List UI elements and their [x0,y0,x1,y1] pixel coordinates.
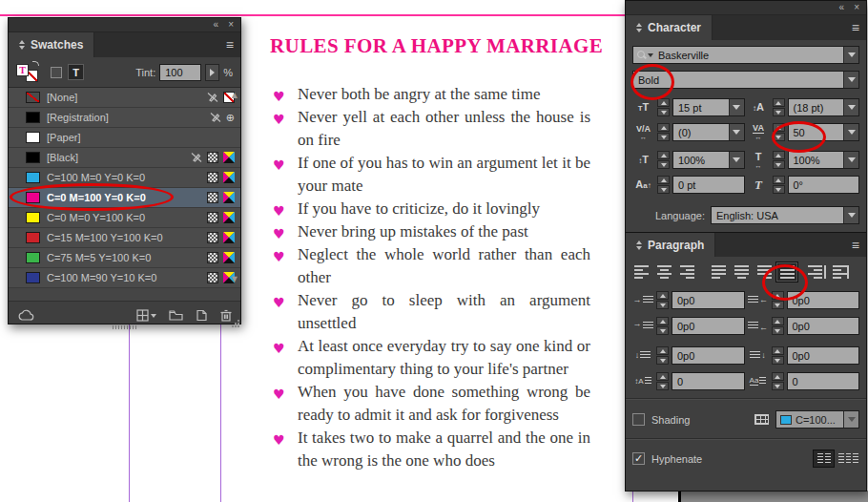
align-center-button[interactable] [652,261,675,282]
drop-cap-lines-input[interactable]: 0 [672,372,745,390]
swatch-row-red[interactable]: C=15 M=100 Y=100 K=0 [9,228,240,248]
kerning-stepper[interactable] [657,123,670,141]
align-away-from-spine-button[interactable] [829,261,852,282]
leading-stepper[interactable] [773,98,785,116]
scroll-up-icon[interactable]: ▲ [232,91,238,99]
font-size-stepper[interactable] [657,98,670,116]
space-before-stepper[interactable] [656,346,669,365]
paragraph-tabstrip: Paragraph ≡ [626,232,866,257]
horizontal-scale-input[interactable]: 100% [788,151,860,169]
space-before-input[interactable]: 0p0 [672,346,745,365]
tab-character[interactable]: Character [626,15,713,40]
close-icon[interactable]: × [228,20,234,30]
drop-cap-characters-input[interactable]: 0 [787,372,860,390]
first-line-indent-input[interactable]: 0p0 [672,317,745,335]
swatch-row-registration[interactable]: [Registration] ⊕ [9,108,240,128]
align-towards-spine-button[interactable] [806,261,829,282]
chevron-down-icon[interactable] [843,207,858,223]
last-line-indent-input[interactable]: 0p0 [787,317,860,335]
first-line-indent-stepper[interactable] [656,317,669,335]
formatting-affects-text-button[interactable]: T [68,64,84,80]
panel-menu-icon[interactable]: ≡ [852,238,859,253]
drop-cap-characters-stepper[interactable] [772,372,784,390]
panel-resize-grip[interactable] [232,320,239,327]
space-after-input[interactable]: 0p0 [787,346,860,365]
panel-collapse-icon [636,241,642,250]
language-select[interactable]: English: USA [711,206,859,224]
baseline-shift-input[interactable]: 0 pt [672,176,745,194]
panel-menu-icon[interactable]: ≡ [226,37,234,52]
drop-cap-lines-stepper[interactable] [656,372,669,390]
chevron-down-icon[interactable] [843,47,858,63]
swatch-row-blue[interactable]: C=100 M=90 Y=10 K=0 [9,268,240,288]
character-panel-titlebar: « × [626,1,866,15]
leading-input[interactable]: (18 pt) [788,98,860,116]
cc-libraries-cloud-icon[interactable] [17,309,35,322]
tint-label: Tint: [135,67,155,78]
swatch-row-none[interactable]: [None] [9,88,240,108]
shading-checkbox[interactable] [632,413,645,426]
tab-paragraph[interactable]: Paragraph [626,233,715,257]
align-left-button[interactable] [630,261,652,282]
heart-bullet-icon: ♥ [273,85,285,108]
swatch-chip [26,212,40,223]
shading-color-select[interactable]: C=100... [775,410,859,429]
formatting-affects-container-button[interactable] [51,67,62,78]
tint-input[interactable]: 100 [159,64,201,81]
vertical-scale-input[interactable]: 100% [672,151,745,169]
chevron-down-icon[interactable] [729,99,744,115]
horizontal-scale-stepper[interactable] [773,151,785,169]
new-swatch-icon[interactable] [196,309,208,322]
tab-swatches[interactable]: Swatches [9,32,94,57]
swatch-row-paper[interactable]: [Paper] [9,128,240,148]
left-indent-stepper[interactable] [656,291,669,309]
chevron-down-icon[interactable] [843,411,858,428]
last-line-indent-stepper[interactable] [772,317,784,335]
align-right-button[interactable] [675,261,698,282]
paragraph-direction-rtl-button[interactable] [837,450,859,468]
collapse-panel-icon[interactable]: « [214,20,219,30]
cmyk-icon [223,212,235,223]
skew-stepper[interactable] [773,176,785,194]
paragraph-direction-ltr-button[interactable] [813,450,835,468]
panel-drag-handle[interactable] [113,325,137,329]
fill-stroke-proxy-icon[interactable]: T [16,61,39,83]
column-guide [129,324,130,502]
vertical-scale-stepper[interactable] [657,151,670,169]
font-size-input[interactable]: 15 pt [672,98,745,116]
scroll-down-icon[interactable]: ▼ [232,275,238,283]
pen-slash-icon [207,92,218,103]
hyphenate-checkbox[interactable]: ✓ [632,452,645,465]
skew-input[interactable]: 0° [788,176,860,194]
chevron-down-icon[interactable] [843,99,858,115]
left-indent-icon: → [632,296,653,304]
baseline-shift-stepper[interactable] [657,176,670,194]
space-after-stepper[interactable] [772,346,784,365]
justify-last-left-button[interactable] [707,261,730,282]
left-indent-input[interactable]: 0p0 [672,291,745,309]
swatch-row-yellow[interactable]: C=0 M=0 Y=100 K=0 [9,208,240,228]
drop-cap-characters-icon: Aa [748,377,769,386]
chevron-down-icon[interactable] [843,152,858,168]
collapse-panel-icon[interactable]: « [839,3,845,12]
list-item: ♥At least once everyday try to say one k… [270,335,590,381]
chevron-down-icon[interactable] [729,152,744,168]
trash-icon[interactable] [220,309,232,322]
kerning-input[interactable]: (0) [672,123,745,141]
swatch-row-green[interactable]: C=75 M=5 Y=100 K=0 [9,248,240,268]
heart-bullet-icon: ♥ [273,199,285,222]
swap-arrow-icon [32,61,39,66]
chevron-down-icon[interactable] [843,124,858,140]
new-color-group-folder-icon[interactable] [169,309,183,321]
swatch-views-button[interactable] [136,309,156,322]
panel-menu-icon[interactable]: ≡ [852,20,859,35]
swatch-row-black[interactable]: [Black] [9,148,240,168]
tint-dropdown-button[interactable] [205,64,219,81]
swatch-chip [26,112,40,123]
font-family-select[interactable]: Baskerville [632,46,859,64]
chevron-down-icon[interactable] [843,72,858,88]
document-text-frame[interactable]: RULES FOR A HAPPY MARRIAGE ♥Never both b… [270,34,590,472]
justify-last-center-button[interactable] [730,261,753,282]
close-icon[interactable]: × [854,3,859,12]
chevron-down-icon[interactable] [729,124,744,140]
